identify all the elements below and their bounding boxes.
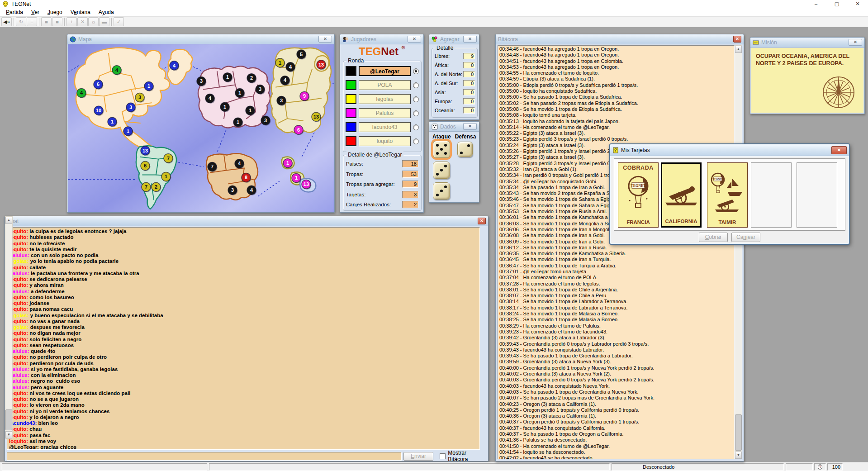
chat-message: loquito: no digan nada mejor [9, 330, 479, 336]
attack-button[interactable]: ✕ [77, 17, 88, 26]
svg-text:7: 7 [145, 184, 147, 190]
stat-label: Tropas para agregar: [346, 181, 395, 187]
player-radio[interactable] [413, 124, 419, 130]
player-row: loquito [346, 136, 419, 147]
log-line: 00:35:22 - Egipto (3) ataca a Israel (3)… [499, 130, 734, 136]
log-line: 00:40:03 - Se ha pasado 1 tropa de Groen… [499, 389, 734, 395]
canjear-button[interactable]: Canjear [731, 233, 760, 242]
menu-item[interactable]: Juego [43, 9, 66, 16]
chat-input[interactable] [7, 452, 402, 461]
bitacora-close-icon[interactable]: ✕ [733, 36, 741, 43]
menu-item[interactable]: Ayuda [95, 9, 118, 16]
scroll-down-icon[interactable]: ▼ [735, 452, 742, 459]
cards-button[interactable]: ▬ [99, 17, 109, 26]
log-line: 00:40:03 - facundo43 ha conquistado Nuev… [499, 383, 734, 389]
chat-message: loquito: ni vos te crees loq ue estas di… [9, 390, 479, 396]
add-troops-button[interactable]: + [66, 17, 77, 26]
scroll-thumb[interactable] [5, 409, 12, 430]
player-radio[interactable] [413, 138, 419, 144]
chat-message: loquito: no vas a ganar nada [9, 319, 479, 324]
jugadores-titlebar[interactable]: Jugadores ✕ [340, 34, 423, 44]
menu-item[interactable]: Partida [2, 9, 27, 16]
svg-text:7: 7 [211, 164, 213, 169]
bitacora-titlebar[interactable]: Bitácora ✕ [496, 34, 744, 44]
close-button[interactable]: ✕ [847, 0, 868, 8]
show-log-checkbox[interactable] [440, 453, 446, 459]
tarjetas-titlebar[interactable]: Mis Tarjetas ✕ [610, 144, 849, 156]
bitacora-scrollbar[interactable]: ▲ ▼ [735, 45, 742, 459]
minimize-button[interactable]: – [806, 0, 826, 8]
log-line: 00:40:02 - Groenlandia (3) ataca a Nueva… [499, 371, 734, 377]
mision-titlebar[interactable]: Misión ✕ [750, 38, 864, 48]
log-line: 00:38:24 - Se ha movido 1 tropa de Malas… [499, 311, 734, 317]
end-turn-button[interactable]: ✓ [114, 17, 124, 26]
mision-close-icon[interactable]: ✕ [849, 39, 862, 46]
continent-troops-row: Oceanía: 0 [435, 107, 475, 114]
log-line: 00:41:36 - Palulus se ha desconectado. [499, 437, 734, 443]
svg-text:6: 6 [144, 163, 147, 168]
svg-text:1: 1 [223, 104, 226, 109]
chat-message: loquito: no le ofreciste [9, 241, 479, 247]
cobrar-button[interactable]: Cobrar [699, 233, 728, 242]
log-line: 00:37:28 - Ha comenzado el turno de lego… [499, 281, 734, 287]
connect-button[interactable]: ↻ [16, 17, 26, 26]
chat-titlebar[interactable]: Chat ✕ [5, 216, 488, 226]
player-radio[interactable] [413, 110, 419, 116]
card-california[interactable]: CALIFORNIA [661, 162, 702, 228]
world-map[interactable]: 4464133101113761723141111323154413396137… [68, 44, 334, 212]
status-panel [209, 463, 610, 471]
log-line: 00:37:04 - Ha comenzado el turno de POLA… [499, 275, 734, 281]
player-detail-group: Detalle de @LeoTegar Paises: 18 Tropas: … [343, 155, 422, 211]
tarjetas-close-icon[interactable]: ✕ [831, 146, 847, 154]
scroll-up-icon[interactable]: ▲ [5, 217, 12, 224]
player-name: @LeoTegar [359, 66, 411, 76]
scroll-up-icon[interactable]: ▲ [735, 46, 742, 53]
chat-close-icon[interactable]: ✕ [478, 218, 486, 224]
send-button[interactable]: Enviar [403, 452, 434, 461]
mapa-close-icon[interactable]: ✕ [318, 36, 332, 43]
regroup-button[interactable]: ☼ [88, 17, 99, 26]
chat-text: no digan nada mejor [28, 330, 81, 336]
jugadores-close-icon[interactable]: ✕ [408, 36, 421, 43]
window-chat: Chat ✕ loquito: la culpa es de legolas e… [5, 216, 489, 461]
compass-rose-icon [821, 75, 856, 110]
maximize-button[interactable]: ▢ [826, 0, 847, 8]
scroll-down-icon[interactable]: ▼ [5, 431, 12, 438]
menu-item[interactable]: Ver [27, 9, 43, 16]
svg-text:4: 4 [289, 64, 292, 70]
window-players-button[interactable]: ■ [52, 17, 62, 26]
sound-button[interactable]: ◀» [1, 17, 12, 26]
continent-label: Oceanía: [435, 108, 455, 113]
window-map-button[interactable]: ■ [41, 17, 52, 26]
card-taimir[interactable]: TEGNET TAIMIR [707, 162, 748, 228]
log-line: 00:35:00 - Se ha pasado 1 tropa de Etiop… [499, 94, 734, 100]
chat-message: loquito: ni yo ni verde teniamos chances [9, 409, 479, 414]
scroll-thumb[interactable] [735, 414, 742, 451]
player-radio[interactable] [413, 96, 419, 102]
player-radio[interactable] [413, 82, 419, 88]
player-color-swatch [346, 108, 356, 118]
menu-item[interactable]: Ventana [66, 9, 95, 16]
toolbar-separator [64, 18, 65, 26]
dados-titlebar[interactable]: Dados ✕ [429, 122, 479, 132]
agregar-close-icon[interactable]: ✕ [463, 36, 477, 43]
chat-text: hubieses pactado [28, 234, 73, 240]
log-button[interactable]: ≡ [27, 17, 37, 26]
svg-text:3: 3 [280, 98, 283, 103]
chat-message: loquito: chau [9, 426, 479, 432]
chat-scrollbar[interactable]: ▲ ▼ [5, 216, 13, 439]
svg-text:1: 1 [238, 90, 241, 95]
continent-troops-row: A. del Sur: 0 [435, 80, 475, 86]
player-radio[interactable] [413, 68, 419, 74]
continent-troops-row: África: 0 [435, 62, 475, 68]
chat-text: pasa fac [28, 433, 50, 438]
card-francia[interactable]: COBRADA TEGNET FRANCIA [618, 162, 659, 228]
svg-text:13: 13 [313, 114, 319, 119]
agregar-detail-group: Detalle Libres: 9 África: 0 A. del Norte… [432, 48, 478, 118]
dados-close-icon[interactable]: ✕ [463, 123, 477, 130]
log-line: 00:38:07 - Se ha movido 1 tropa de Chile… [499, 293, 734, 299]
mapa-titlebar[interactable]: Mapa ✕ [67, 34, 334, 44]
agregar-titlebar[interactable]: Agregar ✕ [429, 34, 479, 44]
add-troops-icon [432, 36, 438, 43]
player-name: loquito [359, 136, 411, 146]
